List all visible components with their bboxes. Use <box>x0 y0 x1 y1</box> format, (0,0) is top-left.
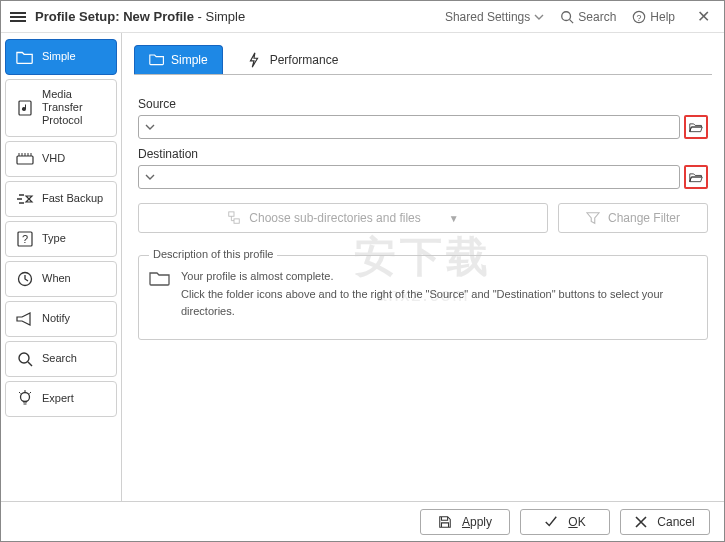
sidebar-item-label: Notify <box>42 312 70 325</box>
destination-browse-button[interactable] <box>684 165 708 189</box>
sidebar-item-when[interactable]: When <box>5 261 117 297</box>
tab-label: Simple <box>171 53 208 67</box>
button-label: Change Filter <box>608 211 680 225</box>
sidebar-item-simple[interactable]: Simple <box>5 39 117 75</box>
sidebar-item-expert[interactable]: Expert <box>5 381 117 417</box>
tab-label: Performance <box>270 53 339 67</box>
sidebar-item-label: Expert <box>42 392 74 405</box>
megaphone-icon <box>16 310 34 328</box>
tab-performance[interactable]: Performance <box>233 45 354 74</box>
help-icon: ? <box>632 10 646 24</box>
folder-icon <box>149 52 165 68</box>
chevron-down-icon <box>145 122 155 132</box>
title-bar: Profile Setup: New Profile - Simple Shar… <box>1 1 724 33</box>
search-icon <box>16 350 34 368</box>
type-icon: ? <box>16 230 34 248</box>
main-panel: 安下载 anxz.com Simple Performance Source <box>122 33 724 501</box>
close-icon <box>635 516 647 528</box>
save-icon <box>438 515 452 529</box>
folder-icon <box>16 48 34 66</box>
folder-icon <box>149 270 171 288</box>
apply-button[interactable]: Apply <box>420 509 510 535</box>
sidebar-item-label: Simple <box>42 50 76 63</box>
svg-rect-5 <box>17 156 33 164</box>
sidebar-item-vhd[interactable]: VHD <box>5 141 117 177</box>
svg-rect-20 <box>229 212 234 216</box>
sidebar-item-label: VHD <box>42 152 65 165</box>
description-group: Description of this profile Your profile… <box>138 255 708 340</box>
svg-text:?: ? <box>637 12 642 22</box>
sidebar-item-label: Fast Backup <box>42 192 103 205</box>
folder-open-icon <box>689 171 703 183</box>
chevron-down-icon <box>534 12 544 22</box>
svg-line-15 <box>28 362 32 366</box>
sidebar-item-type[interactable]: ? Type <box>5 221 117 257</box>
lightning-icon <box>248 52 264 68</box>
chevron-down-icon <box>145 172 155 182</box>
vhd-icon <box>16 150 34 168</box>
sidebar-item-mtp[interactable]: Media Transfer Protocol <box>5 79 117 137</box>
change-filter-button[interactable]: Change Filter <box>558 203 708 233</box>
footer: Apply OK Cancel <box>1 501 724 541</box>
cancel-button[interactable]: Cancel <box>620 509 710 535</box>
sidebar-item-search[interactable]: Search <box>5 341 117 377</box>
tab-simple[interactable]: Simple <box>134 45 223 74</box>
source-combo[interactable] <box>138 115 680 139</box>
clock-icon <box>16 270 34 288</box>
close-button[interactable]: ✕ <box>691 7 716 26</box>
sidebar-item-notify[interactable]: Notify <box>5 301 117 337</box>
tab-bar: Simple Performance <box>134 41 712 75</box>
ok-button[interactable]: OK <box>520 509 610 535</box>
window-title: Profile Setup: New Profile - Simple <box>35 9 245 24</box>
filter-tree-icon <box>227 211 241 225</box>
button-label: Apply <box>462 515 492 529</box>
svg-text:?: ? <box>22 233 28 245</box>
description-legend: Description of this profile <box>149 248 277 260</box>
lightbulb-icon <box>16 390 34 408</box>
funnel-icon <box>586 211 600 225</box>
destination-combo[interactable] <box>138 165 680 189</box>
svg-line-18 <box>19 392 21 394</box>
source-browse-button[interactable] <box>684 115 708 139</box>
button-label: OK <box>568 515 585 529</box>
svg-point-16 <box>21 392 30 401</box>
hamburger-icon[interactable] <box>9 8 27 26</box>
caret-down-icon: ▼ <box>449 213 459 224</box>
header-search-button[interactable]: Search <box>552 6 624 28</box>
svg-line-19 <box>30 392 32 394</box>
button-label: Choose sub-directories and files <box>249 211 420 225</box>
source-label: Source <box>138 97 708 111</box>
help-button[interactable]: ? Help <box>624 6 683 28</box>
sidebar-item-fast-backup[interactable]: Fast Backup <box>5 181 117 217</box>
sidebar-item-label: Media Transfer Protocol <box>42 88 106 128</box>
sidebar-item-label: When <box>42 272 71 285</box>
fast-icon <box>16 190 34 208</box>
destination-label: Destination <box>138 147 708 161</box>
choose-subdirs-button[interactable]: Choose sub-directories and files ▼ <box>138 203 548 233</box>
check-icon <box>544 515 558 529</box>
sidebar-item-label: Type <box>42 232 66 245</box>
sidebar: Simple Media Transfer Protocol VHD Fast … <box>1 33 122 501</box>
button-label: Cancel <box>657 515 694 529</box>
music-note-icon <box>16 99 34 117</box>
svg-point-14 <box>19 353 29 363</box>
description-text: Your profile is almost complete. Click t… <box>181 268 697 321</box>
shared-settings-button[interactable]: Shared Settings <box>437 6 552 28</box>
svg-line-1 <box>570 19 574 23</box>
folder-open-icon <box>689 121 703 133</box>
sidebar-item-label: Search <box>42 352 77 365</box>
search-icon <box>560 10 574 24</box>
svg-point-0 <box>562 11 571 20</box>
svg-rect-21 <box>234 219 239 223</box>
